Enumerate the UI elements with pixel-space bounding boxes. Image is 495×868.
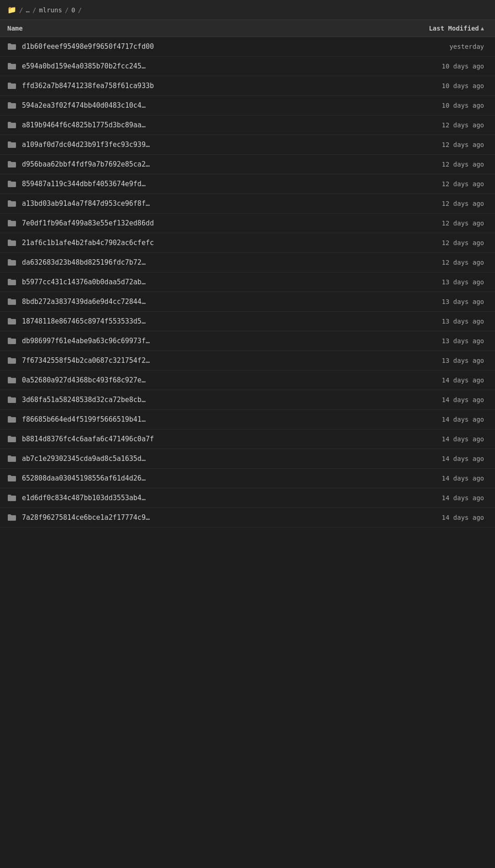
file-name-cell: 7e0df1fb96af499a83e55ef132ed86dd	[0, 219, 395, 227]
table-row[interactable]: 0a52680a927d4368bc493f68c927e…14 days ag…	[0, 371, 495, 390]
folder-icon	[7, 357, 16, 364]
folder-icon	[7, 376, 16, 384]
folder-icon	[7, 435, 16, 443]
file-modified-cell: 14 days ago	[395, 455, 495, 462]
file-name-text: b8814d8376fc4c6aafa6c471496c0a7f	[22, 435, 154, 443]
file-name-cell: a109af0d7dc04d23b91f3fec93c939…	[0, 141, 395, 149]
breadcrumb-0[interactable]: 0	[71, 6, 75, 14]
table-row[interactable]: d956baa62bbf4fdf9a7b7692e85ca2…12 days a…	[0, 155, 495, 174]
breadcrumb-sep: /	[78, 6, 82, 14]
column-modified-header[interactable]: Last Modified ▲	[395, 25, 495, 32]
table-row[interactable]: 8bdb272a3837439da6e9d4cc72844…13 days ag…	[0, 292, 495, 312]
file-modified-cell: 12 days ago	[395, 200, 495, 207]
table-row[interactable]: b5977cc431c14376a0b0daa5d72ab…13 days ag…	[0, 272, 495, 292]
file-name-text: 594a2ea3f02f474bb40d0483c10c4…	[22, 101, 146, 110]
table-row[interactable]: ffd362a7b84741238fea758f61ca933b10 days …	[0, 76, 495, 96]
breadcrumb-mlruns[interactable]: mlruns	[39, 6, 62, 14]
file-modified-cell: 12 days ago	[395, 121, 495, 129]
folder-icon: 📁	[7, 5, 16, 14]
file-name-cell: ab7c1e29302345cda9ad8c5a1635d…	[0, 455, 395, 463]
file-name-cell: 18748118e867465c8974f553533d5…	[0, 317, 395, 325]
table-row[interactable]: 594a2ea3f02f474bb40d0483c10c4…10 days ag…	[0, 96, 495, 115]
table-row[interactable]: ab7c1e29302345cda9ad8c5a1635d…14 days ag…	[0, 449, 495, 469]
table-row[interactable]: da632683d23b48bd825196fdc7b72…12 days ag…	[0, 253, 495, 272]
file-modified-cell: 12 days ago	[395, 239, 495, 246]
file-modified-cell: 13 days ago	[395, 357, 495, 364]
table-row[interactable]: b8814d8376fc4c6aafa6c471496c0a7f14 days …	[0, 429, 495, 449]
file-name-text: 0a52680a927d4368bc493f68c927e…	[22, 376, 146, 384]
table-row[interactable]: 7a28f96275814ce6bce1a2f17774c9…14 days a…	[0, 508, 495, 528]
file-modified-cell: 10 days ago	[395, 63, 495, 70]
table-row[interactable]: a109af0d7dc04d23b91f3fec93c939…12 days a…	[0, 135, 495, 155]
folder-icon	[7, 43, 16, 50]
file-modified-cell: 13 days ago	[395, 278, 495, 286]
file-name-text: da632683d23b48bd825196fdc7b72…	[22, 258, 146, 267]
table-row[interactable]: 18748118e867465c8974f553533d5…13 days ag…	[0, 312, 495, 331]
folder-icon	[7, 494, 16, 502]
file-name-cell: 652808daa03045198556af61d4d26…	[0, 474, 395, 482]
file-name-text: a109af0d7dc04d23b91f3fec93c939…	[22, 141, 150, 149]
file-modified-cell: 13 days ago	[395, 318, 495, 325]
folder-icon	[7, 141, 16, 148]
table-row[interactable]: e594a0bd159e4a0385b70b2fcc245…10 days ag…	[0, 57, 495, 76]
table-row[interactable]: 3d68fa51a58248538d32ca72be8cb…14 days ag…	[0, 390, 495, 410]
table-row[interactable]: db986997f61e4abe9a63c96c69973f…13 days a…	[0, 331, 495, 351]
table-row[interactable]: a819b9464f6c4825b1775d3bc89aa…12 days ag…	[0, 115, 495, 135]
table-row[interactable]: 7e0df1fb96af499a83e55ef132ed86dd12 days …	[0, 214, 495, 233]
file-name-cell: 21af6c1b1afe4b2fab4c7902ac6cfefc	[0, 239, 395, 247]
file-name-cell: d956baa62bbf4fdf9a7b7692e85ca2…	[0, 160, 395, 168]
file-modified-cell: 14 days ago	[395, 416, 495, 423]
table-row[interactable]: f86685b664ed4f5199f5666519b41…14 days ag…	[0, 410, 495, 429]
file-name-text: f86685b664ed4f5199f5666519b41…	[22, 415, 146, 424]
file-modified-cell: yesterday	[395, 43, 495, 50]
table-row[interactable]: e1d6df0c834c487bb103dd3553ab4…14 days ag…	[0, 488, 495, 508]
folder-icon	[7, 416, 16, 423]
file-name-cell: 7f67342558f54b2ca0687c321754f2…	[0, 356, 395, 365]
folder-icon	[7, 82, 16, 89]
file-name-text: 859487a119c344dbbf4053674e9fd…	[22, 180, 146, 188]
breadcrumb-sep: /	[19, 6, 23, 14]
file-name-cell: e594a0bd159e4a0385b70b2fcc245…	[0, 62, 395, 70]
folder-icon	[7, 102, 16, 109]
table-row[interactable]: 859487a119c344dbbf4053674e9fd…12 days ag…	[0, 174, 495, 194]
file-modified-cell: 14 days ago	[395, 475, 495, 482]
folder-icon	[7, 220, 16, 227]
file-name-cell: ffd362a7b84741238fea758f61ca933b	[0, 82, 395, 90]
folder-icon	[7, 396, 16, 403]
file-name-text: 21af6c1b1afe4b2fab4c7902ac6cfefc	[22, 239, 154, 247]
file-name-cell: 0a52680a927d4368bc493f68c927e…	[0, 376, 395, 384]
file-modified-cell: 12 days ago	[395, 180, 495, 188]
file-name-text: e1d6df0c834c487bb103dd3553ab4…	[22, 494, 146, 502]
table-header: Name Last Modified ▲	[0, 20, 495, 37]
file-name-text: 7e0df1fb96af499a83e55ef132ed86dd	[22, 219, 154, 227]
file-modified-cell: 12 days ago	[395, 220, 495, 227]
file-modified-cell: 12 days ago	[395, 161, 495, 168]
folder-icon	[7, 318, 16, 325]
file-name-cell: 859487a119c344dbbf4053674e9fd…	[0, 180, 395, 188]
folder-icon	[7, 455, 16, 462]
file-name-text: 18748118e867465c8974f553533d5…	[22, 317, 146, 325]
folder-icon	[7, 180, 16, 188]
file-name-cell: f86685b664ed4f5199f5666519b41…	[0, 415, 395, 424]
file-name-text: 8bdb272a3837439da6e9d4cc72844…	[22, 298, 146, 306]
table-row[interactable]: d1b60feeef95498e9f9650f4717cfd00yesterda…	[0, 37, 495, 57]
table-row[interactable]: 7f67342558f54b2ca0687c321754f2…13 days a…	[0, 351, 495, 371]
column-name-header[interactable]: Name	[0, 25, 395, 32]
file-name-text: 652808daa03045198556af61d4d26…	[22, 474, 146, 482]
table-row[interactable]: a13bd03ab91a4a7f847d953ce96f8f…12 days a…	[0, 194, 495, 214]
breadcrumb-ellipsis[interactable]: …	[26, 6, 29, 14]
table-row[interactable]: 652808daa03045198556af61d4d26…14 days ag…	[0, 469, 495, 488]
table-row[interactable]: 21af6c1b1afe4b2fab4c7902ac6cfefc12 days …	[0, 233, 495, 253]
file-list: d1b60feeef95498e9f9650f4717cfd00yesterda…	[0, 37, 495, 528]
folder-icon	[7, 298, 16, 305]
file-name-cell: 3d68fa51a58248538d32ca72be8cb…	[0, 396, 395, 404]
file-modified-cell: 14 days ago	[395, 514, 495, 521]
file-name-cell: 7a28f96275814ce6bce1a2f17774c9…	[0, 513, 395, 522]
file-modified-cell: 14 days ago	[395, 376, 495, 384]
breadcrumb-sep: /	[65, 6, 68, 14]
breadcrumb: 📁 / … / mlruns / 0 /	[0, 0, 495, 20]
file-modified-cell: 14 days ago	[395, 435, 495, 443]
file-name-cell: a13bd03ab91a4a7f847d953ce96f8f…	[0, 199, 395, 208]
file-modified-cell: 10 days ago	[395, 82, 495, 89]
file-name-text: a13bd03ab91a4a7f847d953ce96f8f…	[22, 199, 150, 208]
